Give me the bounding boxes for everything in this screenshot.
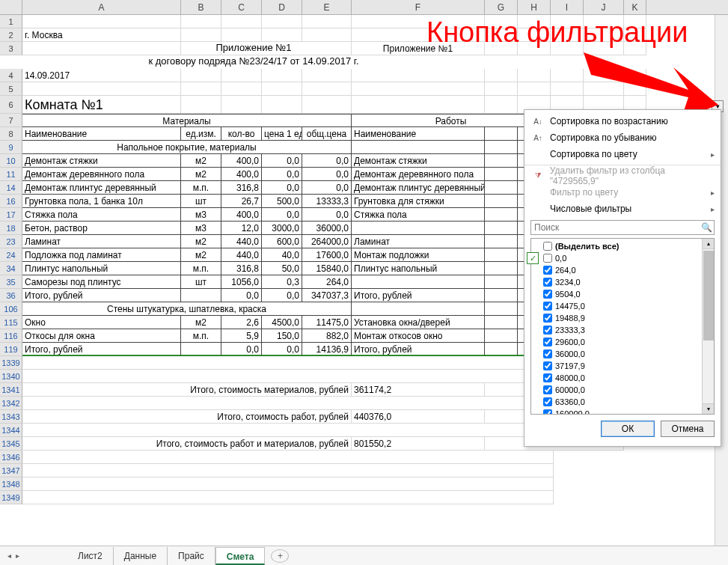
col-header[interactable]: B — [181, 0, 221, 14]
cell[interactable]: 316,8 — [221, 262, 262, 275]
cell[interactable] — [352, 222, 485, 235]
cell[interactable]: м.п. — [181, 181, 221, 195]
total-label[interactable]: Итого, стоимость работ и материалов, руб… — [22, 437, 352, 451]
cell[interactable]: м2 — [181, 168, 221, 181]
cell[interactable]: шт — [181, 195, 221, 208]
row-header[interactable]: 1346 — [0, 451, 22, 464]
row-header[interactable]: 1345 — [0, 437, 22, 451]
cell[interactable]: Демонтаж стяжки — [352, 154, 485, 168]
tab-nav[interactable]: ◂ ▸ — [0, 552, 67, 560]
cell[interactable]: м3 — [181, 208, 221, 222]
cell[interactable]: Монтаж подложки — [352, 248, 485, 262]
filter-value-item[interactable]: 48000,0 — [533, 372, 700, 384]
row-header[interactable]: 119 — [0, 343, 22, 356]
cell[interactable]: м3 — [181, 222, 221, 235]
checkbox[interactable] — [543, 397, 552, 406]
filter-value-item[interactable]: 3234,0 — [533, 276, 700, 288]
sort-descending[interactable]: A↑ Сортировка по убыванию — [524, 129, 721, 146]
checkbox[interactable] — [543, 314, 552, 323]
cell[interactable]: Монтаж откосов окно — [352, 329, 485, 343]
cell[interactable]: 150,0 — [262, 329, 302, 343]
filter-value-item[interactable]: 29600,0 — [533, 336, 700, 348]
cell[interactable]: 347037,3 — [302, 289, 352, 302]
row-header[interactable]: 2 — [0, 28, 22, 42]
cell[interactable]: м.п. — [181, 329, 221, 343]
row-header[interactable]: 1340 — [0, 370, 22, 383]
scroll-down[interactable]: ▾ — [703, 403, 714, 414]
row-header[interactable]: 34 — [0, 262, 22, 275]
checkbox[interactable] — [543, 278, 552, 287]
cell[interactable]: 500,0 — [262, 195, 302, 208]
cell[interactable]: 0,0 — [262, 181, 302, 195]
cell[interactable]: 440,0 — [221, 248, 262, 262]
scroll-up[interactable]: ▴ — [703, 239, 714, 249]
cell[interactable]: 0,0 — [302, 168, 352, 181]
filter-value-item[interactable]: 9504,0 — [533, 288, 700, 300]
row-header[interactable]: 8 — [0, 127, 22, 141]
cell[interactable]: Демонтаж деревянного пола — [352, 168, 485, 181]
scroll-thumb[interactable] — [703, 251, 714, 340]
cell[interactable]: Окно — [22, 316, 181, 329]
cell[interactable]: 26,7 — [221, 195, 262, 208]
cell[interactable]: 13333,3 — [302, 195, 352, 208]
cell[interactable]: Откосы для окна — [22, 329, 181, 343]
row-header[interactable]: 24 — [0, 248, 22, 262]
cell[interactable]: 15840,0 — [302, 262, 352, 275]
cell[interactable]: 0,0 — [221, 289, 262, 302]
cell[interactable]: 400,0 — [221, 168, 262, 181]
cell[interactable]: 11475,0 — [302, 316, 352, 329]
row-header[interactable]: 14 — [0, 181, 22, 195]
col-header[interactable]: E — [302, 0, 352, 14]
col-header[interactable]: G — [485, 0, 518, 14]
cell[interactable]: 440,0 — [221, 235, 262, 248]
ok-button[interactable]: ОК — [601, 421, 655, 437]
cell[interactable]: Стяжка пола — [352, 208, 485, 222]
cell[interactable]: Ламинат — [352, 235, 485, 248]
cell[interactable]: 0,0 — [221, 343, 262, 356]
total-value[interactable]: 361174,2 — [352, 383, 485, 397]
cell[interactable]: 0,0 — [302, 181, 352, 195]
filter-search[interactable]: 🔍 — [530, 220, 715, 235]
cell[interactable]: 12,0 — [221, 222, 262, 235]
filter-value-item[interactable]: 37197,9 — [533, 360, 700, 372]
row-header[interactable]: 106 — [0, 302, 22, 316]
checkbox[interactable] — [543, 266, 552, 275]
filter-value-item[interactable]: 0,0 — [533, 252, 700, 264]
row-header[interactable]: 1339 — [0, 356, 22, 370]
cell[interactable]: 14.09.2017 — [22, 69, 181, 82]
col-header[interactable]: J — [584, 0, 624, 14]
cell[interactable]: 882,0 — [302, 329, 352, 343]
row-header[interactable]: 17 — [0, 208, 22, 222]
filter-values-scrollbar[interactable]: ▴ ▾ — [702, 239, 714, 414]
cell[interactable]: 17600,0 — [302, 248, 352, 262]
cell[interactable] — [352, 275, 485, 289]
sheet-tab[interactable]: Лист2 — [67, 547, 114, 565]
row-header[interactable]: 1342 — [0, 397, 22, 410]
cell[interactable]: 5,9 — [221, 329, 262, 343]
col-header[interactable]: I — [551, 0, 584, 14]
cell[interactable] — [181, 343, 221, 356]
cell[interactable]: Демонтаж плинтус деревянный — [352, 181, 485, 195]
cell[interactable]: шт — [181, 275, 221, 289]
row-header[interactable]: 10 — [0, 154, 22, 168]
filter-value-item[interactable]: 19488,9 — [533, 312, 700, 324]
cell[interactable]: Плинтус напольный — [352, 262, 485, 275]
cell[interactable]: Саморезы под плинтус — [22, 275, 181, 289]
cell[interactable]: Итого, рублей — [352, 289, 485, 302]
cell[interactable]: г. Москва — [22, 28, 181, 42]
cell[interactable]: 4500,0 — [262, 316, 302, 329]
row-header[interactable]: 1347 — [0, 464, 22, 477]
checkbox[interactable] — [543, 302, 552, 311]
row-header[interactable]: 11 — [0, 168, 22, 181]
filter-value-item[interactable]: 23333,3 — [533, 324, 700, 336]
cell[interactable]: м2 — [181, 154, 221, 168]
room-title[interactable]: Комната №1 — [22, 96, 181, 114]
row-header[interactable]: 7 — [0, 114, 22, 127]
cell[interactable]: 316,8 — [221, 181, 262, 195]
cell[interactable]: 0,0 — [262, 154, 302, 168]
row-header[interactable]: 5 — [0, 82, 22, 96]
cell[interactable]: Итого, рублей — [22, 343, 181, 356]
row-header[interactable]: 35 — [0, 275, 22, 289]
cell[interactable]: Стяжка пола — [22, 208, 181, 222]
sort-by-color[interactable]: Сортировка по цвету ▸ — [524, 146, 721, 162]
